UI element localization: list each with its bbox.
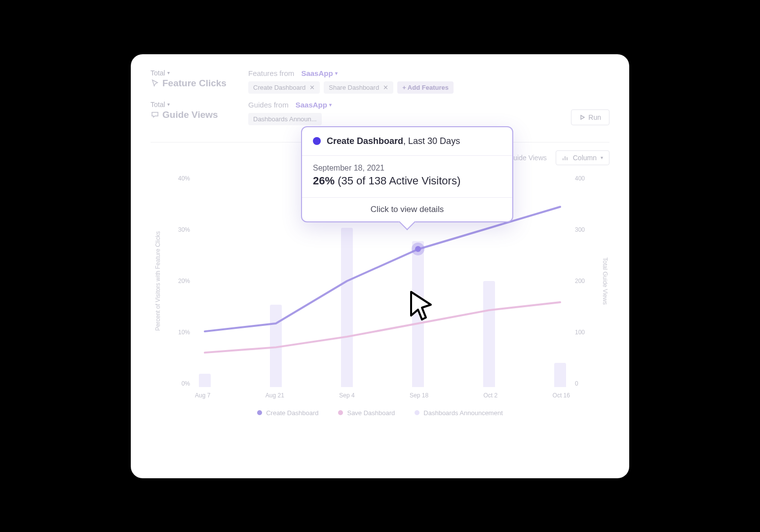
- legend-dot: [257, 410, 262, 415]
- close-icon[interactable]: ✕: [309, 84, 315, 91]
- legend-label: Create Dashboard: [266, 409, 318, 417]
- x-tick: Oct 16: [553, 392, 570, 399]
- guides-from-label: Guides from: [248, 101, 289, 109]
- features-from-label: Features from: [248, 69, 294, 77]
- feature-clicks-title: Feature Clicks: [151, 78, 234, 89]
- feature-clicks-label: Feature Clicks: [162, 78, 227, 89]
- guides-app-name: SaasApp: [296, 101, 327, 109]
- guide-views-label: Guide Views: [162, 109, 218, 120]
- y-tick: 0%: [165, 380, 190, 387]
- chevron-down-icon: ▾: [601, 155, 603, 160]
- tooltip-detail: (35 of 138 Active Visitors): [338, 175, 460, 187]
- legend-dot: [338, 410, 343, 415]
- column-chart-icon: [562, 154, 569, 161]
- y-tick: 300: [575, 226, 600, 233]
- guides-app-select[interactable]: SaasApp ▾: [296, 101, 332, 109]
- y-tick: 0: [575, 380, 600, 387]
- tooltip-percent: 26%: [313, 175, 335, 187]
- guides-total-select[interactable]: Total ▾: [151, 101, 234, 108]
- run-label: Run: [588, 113, 601, 121]
- chevron-down-icon: ▾: [167, 102, 170, 107]
- tooltip-date: September 18, 2021: [313, 164, 501, 173]
- x-tick: Sep 18: [410, 392, 428, 399]
- analytics-card: Total ▾ Feature Clicks Features from Saa…: [131, 54, 629, 478]
- legend-bottom: Create Dashboard Save Dashboard Dashboar…: [151, 409, 609, 417]
- x-tick: Sep 4: [339, 392, 354, 399]
- legend-item: Dashboards Announcement: [415, 409, 502, 417]
- close-icon[interactable]: ✕: [383, 84, 388, 91]
- tooltip-body: September 18, 2021 26% (35 of 138 Active…: [302, 156, 512, 197]
- y-tick: 200: [575, 278, 600, 284]
- line-series[interactable]: [205, 207, 560, 331]
- chart-tooltip[interactable]: Create Dashboard, Last 30 Days September…: [301, 126, 513, 222]
- cursor-pointer-icon: [408, 290, 437, 324]
- tooltip-period: Last 30 Days: [408, 136, 460, 146]
- guides-chips: Dashboards Announ...: [248, 113, 571, 125]
- guides-total-label: Total: [151, 101, 165, 108]
- y-axis-left: 40% 30% 20% 10% 0%: [165, 175, 190, 387]
- guides-metric-block: Total ▾ Guide Views: [151, 101, 234, 120]
- feature-chip: Share Dashboard ✕: [324, 81, 393, 94]
- highlight-point[interactable]: [412, 243, 424, 255]
- features-from-block: Features from SaasApp ▾ Create Dashboard…: [248, 69, 609, 94]
- legend-label: Dashboards Announcement: [423, 409, 502, 417]
- chip-label: Share Dashboard: [329, 84, 379, 91]
- legend-item: Save Dashboard: [338, 409, 395, 417]
- features-metric-block: Total ▾ Feature Clicks: [151, 69, 234, 89]
- chip-label: Create Dashboard: [253, 84, 305, 91]
- guide-views-legend-label: Guide Views: [508, 154, 546, 162]
- guide-views-title: Guide Views: [151, 109, 234, 120]
- x-tick: Aug 21: [266, 392, 284, 399]
- legend-label: Save Dashboard: [347, 409, 395, 417]
- y-axis-right-label: Total Guide Views: [602, 257, 608, 305]
- x-axis: Aug 7 Aug 21 Sep 4 Sep 18 Oct 2 Oct 16: [195, 392, 570, 399]
- features-app-select[interactable]: SaasApp ▾: [301, 69, 337, 77]
- tooltip-value: 26% (35 of 138 Active Visitors): [313, 175, 501, 187]
- features-chips: Create Dashboard ✕ Share Dashboard ✕ + A…: [248, 81, 609, 94]
- cursor-icon: [151, 79, 159, 88]
- y-tick: 400: [575, 175, 600, 182]
- chevron-down-icon: ▾: [335, 71, 338, 76]
- guides-from-label-row: Guides from SaasApp ▾: [248, 101, 571, 109]
- y-axis-left-label: Percent of Visitors with Feature Clicks: [154, 231, 161, 331]
- x-tick: Aug 7: [195, 392, 210, 399]
- chart-type-label: Column: [573, 154, 597, 162]
- features-total-label: Total: [151, 69, 165, 77]
- x-tick: Oct 2: [484, 392, 498, 399]
- y-tick: 20%: [165, 278, 190, 284]
- y-axis-right: 400 300 200 100 0: [575, 175, 600, 387]
- chevron-down-icon: ▾: [329, 102, 332, 107]
- tooltip-series-dot: [313, 137, 321, 145]
- add-features-button[interactable]: + Add Features: [397, 81, 454, 94]
- y-tick: 40%: [165, 175, 190, 182]
- chip-label: Dashboards Announ...: [253, 115, 317, 123]
- run-button[interactable]: Run: [571, 109, 609, 125]
- guides-filter-row: Total ▾ Guide Views Guides from SaasApp …: [151, 101, 571, 125]
- chevron-down-icon: ▾: [167, 70, 170, 75]
- legend-dot: [415, 410, 419, 415]
- features-total-select[interactable]: Total ▾: [151, 69, 234, 77]
- y-tick: 30%: [165, 226, 190, 233]
- guide-chip: Dashboards Announ...: [248, 113, 322, 125]
- tooltip-header: Create Dashboard, Last 30 Days: [302, 127, 512, 156]
- add-features-label: + Add Features: [402, 84, 449, 91]
- features-from-label-row: Features from SaasApp ▾: [248, 69, 609, 77]
- guides-from-block: Guides from SaasApp ▾ Dashboards Announ.…: [248, 101, 571, 125]
- chart-type-select[interactable]: Column ▾: [556, 150, 609, 165]
- feature-chip: Create Dashboard ✕: [248, 81, 320, 94]
- features-filter-row: Total ▾ Feature Clicks Features from Saa…: [151, 69, 609, 94]
- legend-item: Create Dashboard: [257, 409, 318, 417]
- tooltip-series: Create Dashboard: [327, 136, 403, 146]
- chat-icon: [151, 110, 159, 119]
- play-icon: [579, 114, 585, 120]
- tooltip-title: Create Dashboard, Last 30 Days: [327, 136, 460, 146]
- features-app-name: SaasApp: [301, 69, 333, 77]
- y-tick: 10%: [165, 329, 190, 336]
- y-tick: 100: [575, 329, 600, 336]
- line-series[interactable]: [205, 302, 560, 353]
